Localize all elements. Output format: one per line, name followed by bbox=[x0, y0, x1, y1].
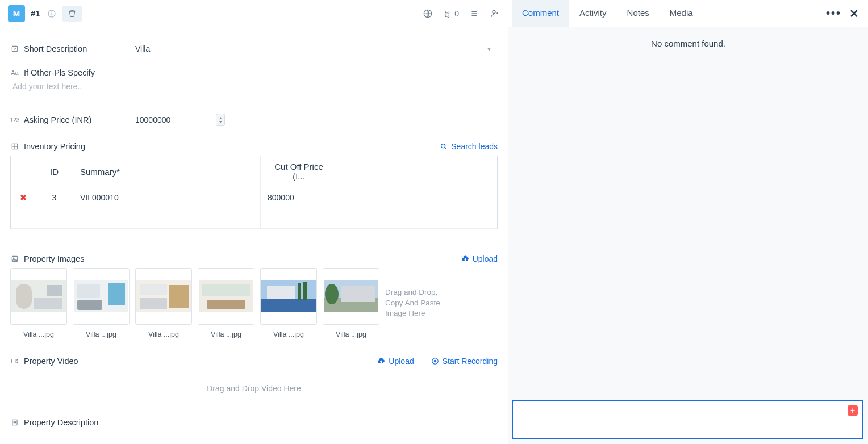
side-panel: Comment Activity Notes Media ••• ✕ No co… bbox=[508, 0, 868, 444]
more-icon[interactable]: ••• bbox=[826, 7, 841, 20]
field-short-description: Short Description Villa ▾ bbox=[10, 34, 498, 64]
svg-point-42 bbox=[434, 360, 436, 362]
svg-rect-35 bbox=[303, 282, 307, 300]
section-property-images: Property Images Upload bbox=[10, 246, 498, 268]
thumb-filename: Villa ...jpg bbox=[148, 330, 179, 338]
number-spinner[interactable]: ▲▼ bbox=[216, 114, 225, 126]
image-thumb[interactable]: Villa ...jpg bbox=[10, 268, 67, 338]
upload-video-link[interactable]: Upload bbox=[377, 357, 414, 366]
image-drop-hint[interactable]: Drag and Drop, Copy And Paste Image Here bbox=[385, 268, 448, 338]
svg-point-15 bbox=[13, 258, 14, 259]
table-row-empty[interactable] bbox=[11, 208, 497, 229]
empty-state-text: No comment found. bbox=[508, 27, 868, 60]
col-summary: Summary* bbox=[73, 156, 261, 187]
start-recording-link[interactable]: Start Recording bbox=[431, 357, 498, 366]
table-row[interactable]: ✖ 3 VIL000010 800000 bbox=[11, 187, 497, 208]
record-text: Start Recording bbox=[443, 357, 498, 366]
col-id: ID bbox=[36, 156, 73, 187]
svg-rect-27 bbox=[140, 284, 167, 295]
svg-rect-29 bbox=[202, 284, 250, 296]
svg-line-13 bbox=[445, 148, 446, 149]
add-comment-button[interactable]: + bbox=[848, 405, 858, 416]
section-label: Property Video bbox=[24, 357, 78, 366]
table-icon bbox=[10, 143, 19, 150]
avatar: M bbox=[8, 5, 25, 22]
field-asking-price: 123 Asking Price (INR) 10000000 ▲▼ bbox=[10, 106, 498, 134]
svg-point-2 bbox=[51, 11, 52, 12]
globe-icon[interactable] bbox=[423, 9, 433, 19]
thumb-filename: Villa ...jpg bbox=[86, 330, 116, 338]
subtasks-count-value: 0 bbox=[454, 9, 459, 18]
image-thumb[interactable]: Villa ...jpg bbox=[198, 268, 254, 338]
image-thumb[interactable]: Villa ...jpg bbox=[73, 268, 130, 338]
topbar: M #1 0 bbox=[0, 0, 508, 27]
svg-rect-8 bbox=[12, 46, 17, 51]
image-thumb[interactable]: Villa ...jpg bbox=[323, 268, 379, 338]
svg-rect-17 bbox=[16, 284, 32, 309]
upload-images-link[interactable]: Upload bbox=[461, 254, 498, 263]
form-body: Short Description Villa ▾ Aa If Other-Pl… bbox=[0, 27, 508, 444]
other-specify-input[interactable]: Add your text here.. bbox=[10, 78, 498, 94]
svg-rect-30 bbox=[207, 300, 245, 309]
bucket-icon bbox=[68, 9, 77, 18]
assign-user-icon[interactable] bbox=[490, 9, 500, 19]
image-thumb[interactable]: Villa ...jpg bbox=[260, 268, 317, 338]
short-description-select[interactable]: Villa ▾ bbox=[135, 42, 498, 56]
tab-activity[interactable]: Activity bbox=[569, 0, 617, 27]
comment-input[interactable]: + bbox=[512, 400, 863, 439]
section-label: Inventory Pricing bbox=[24, 142, 85, 151]
chevron-down-icon: ▾ bbox=[487, 45, 491, 53]
table-header: ID Summary* Cut Off Price (I... bbox=[11, 156, 497, 187]
svg-rect-21 bbox=[108, 283, 125, 305]
dropdown-icon bbox=[10, 45, 19, 53]
svg-rect-33 bbox=[267, 286, 295, 299]
field-property-description: Property Description bbox=[10, 407, 498, 435]
upload-text: Upload bbox=[473, 254, 498, 263]
side-tabs: Comment Activity Notes Media ••• ✕ bbox=[508, 0, 868, 27]
info-icon[interactable] bbox=[46, 9, 57, 18]
svg-rect-18 bbox=[34, 298, 62, 309]
field-label-text: Short Description bbox=[24, 44, 87, 53]
section-label: Property Images bbox=[24, 254, 84, 263]
video-drop-zone[interactable]: Drag and Drop Video Here bbox=[10, 370, 498, 407]
svg-rect-14 bbox=[12, 256, 17, 261]
tab-notes[interactable]: Notes bbox=[617, 0, 660, 27]
tab-comment[interactable]: Comment bbox=[512, 0, 569, 27]
svg-rect-26 bbox=[140, 298, 167, 309]
image-thumb[interactable]: Villa ...jpg bbox=[135, 268, 192, 338]
filter-pill[interactable] bbox=[62, 6, 82, 22]
record-id: #1 bbox=[31, 9, 40, 18]
asking-price-value: 10000000 bbox=[135, 115, 170, 124]
svg-point-39 bbox=[325, 284, 339, 304]
text-icon: Aa bbox=[10, 69, 19, 76]
thumb-filename: Villa ...jpg bbox=[336, 330, 366, 338]
close-icon[interactable]: ✕ bbox=[849, 7, 859, 20]
svg-rect-25 bbox=[169, 285, 189, 308]
cell-summary: VIL000010 bbox=[73, 187, 261, 208]
field-label-text: Property Description bbox=[24, 418, 98, 427]
delete-row-icon[interactable]: ✖ bbox=[20, 193, 27, 202]
side-body: No comment found. + bbox=[508, 27, 868, 444]
svg-rect-38 bbox=[341, 286, 375, 302]
col-cutoff: Cut Off Price (I... bbox=[261, 156, 337, 187]
list-icon[interactable] bbox=[469, 9, 479, 19]
upload-text: Upload bbox=[389, 357, 414, 366]
svg-rect-32 bbox=[261, 299, 316, 312]
search-leads-text: Search leads bbox=[451, 142, 498, 151]
asking-price-input[interactable]: 10000000 ▲▼ bbox=[135, 114, 225, 126]
svg-rect-22 bbox=[77, 300, 102, 310]
field-other-specify: Aa If Other-Pls Specify bbox=[10, 68, 135, 77]
field-label-text: If Other-Pls Specify bbox=[24, 68, 95, 77]
svg-rect-40 bbox=[12, 359, 16, 363]
tab-media[interactable]: Media bbox=[660, 0, 703, 27]
pricing-table: ID Summary* Cut Off Price (I... ✖ 3 VIL0… bbox=[10, 156, 498, 229]
search-leads-link[interactable]: Search leads bbox=[440, 142, 498, 151]
svg-rect-34 bbox=[298, 283, 301, 300]
cell-id: 3 bbox=[36, 187, 73, 208]
description-icon bbox=[10, 418, 19, 426]
section-property-video: Property Video Upload Start Recording bbox=[10, 349, 498, 370]
field-label-text: Asking Price (INR) bbox=[24, 115, 91, 124]
svg-rect-19 bbox=[47, 285, 62, 296]
cell-cutoff: 800000 bbox=[261, 187, 337, 208]
subtasks-count[interactable]: 0 bbox=[443, 9, 459, 18]
